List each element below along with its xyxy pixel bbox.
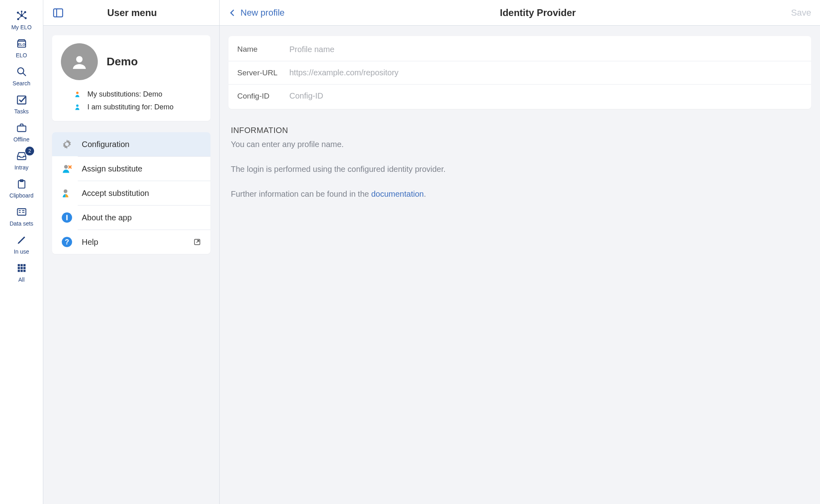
rail-label: ELO [16,52,27,58]
menu-card: Configuration Assign substitute [52,132,210,254]
substituting-for-label: I am substituting for: Demo [87,103,174,111]
substituting-for-row: I am substituting for: Demo [73,103,202,111]
archive-icon: ELO [15,37,28,50]
svg-point-25 [76,92,79,94]
svg-rect-15 [20,264,22,266]
svg-rect-10 [17,126,26,131]
rail-item-inuse[interactable]: In use [0,229,43,257]
rail-label: Offline [13,136,29,143]
middle-title: User menu [71,7,194,18]
url-label: Server-URL [237,69,285,77]
rail-label: Search [12,80,30,87]
person-blue-icon [73,103,82,111]
svg-text:?: ? [65,238,69,246]
search-icon [15,65,28,79]
external-link-icon [193,238,202,246]
nav-rail: My ELO ELO ELO Search Tasks [0,0,43,504]
menu-item-help[interactable]: ? Help [52,230,210,254]
rail-item-clipboard[interactable]: Clipboard [0,173,43,201]
svg-point-27 [65,143,68,145]
chevron-left-icon [228,9,236,17]
form-row-name: Name [228,38,811,61]
svg-point-29 [64,190,67,193]
intray-badge: 2 [25,147,34,155]
briefcase-icon [15,121,28,135]
name-label: Name [237,45,285,54]
rail-item-myelo[interactable]: My ELO [0,5,43,33]
info-text-3: Further information can be found in the … [231,188,809,200]
user-card: Demo My substitutions: Demo [52,35,210,121]
info-text-3-pre: Further information can be found in the [231,190,371,198]
middle-column: User menu Demo [43,0,220,504]
network-icon [15,9,28,22]
accept-substitution-icon [61,187,73,199]
form-icon [15,205,28,219]
svg-rect-22 [23,270,25,272]
info-heading: INFORMATION [231,126,809,135]
back-label: New profile [240,8,285,18]
person-orange-icon [73,90,82,99]
main-header: New profile Identity Provider Save [220,0,820,26]
menu-item-assign-substitute[interactable]: Assign substitute [52,157,210,181]
info-icon [61,212,73,224]
svg-rect-16 [23,264,25,266]
menu-label: Configuration [82,140,129,149]
rail-item-all[interactable]: All [0,257,43,285]
sidebar-toggle-icon[interactable] [51,6,65,20]
rail-label: In use [14,248,29,255]
info-text-3-post: . [424,190,426,198]
url-input[interactable] [289,68,802,77]
svg-rect-21 [20,270,22,272]
save-button[interactable]: Save [791,8,811,18]
menu-label: Help [82,238,98,247]
form-row-config: Config-ID [228,84,811,107]
config-label: Config-ID [237,92,285,101]
rail-label: Clipboard [10,192,34,199]
gear-icon [61,138,73,150]
svg-point-26 [76,105,79,107]
rail-label: All [18,276,25,283]
avatar [61,43,98,80]
config-input[interactable] [289,91,802,101]
menu-label: Accept substitution [82,189,149,198]
svg-point-24 [76,56,83,62]
menu-item-configuration[interactable]: Configuration [52,132,210,156]
name-input[interactable] [289,45,802,54]
svg-rect-19 [23,267,25,269]
info-text-2: The login is performed using the configu… [231,163,809,175]
pencil-icon [15,233,28,247]
svg-text:ELO: ELO [18,42,25,46]
check-icon [15,93,28,107]
my-substitutions-row: My substitutions: Demo [73,90,202,99]
user-name: Demo [107,55,138,68]
svg-rect-31 [66,215,67,220]
rail-item-offline[interactable]: Offline [0,117,43,145]
svg-rect-14 [18,264,20,266]
svg-rect-17 [18,267,20,269]
clipboard-icon [15,177,28,191]
middle-header: User menu [43,0,219,26]
svg-rect-18 [20,267,22,269]
rail-item-search[interactable]: Search [0,61,43,89]
rail-item-datasets[interactable]: Data sets [0,201,43,229]
svg-point-28 [64,165,68,169]
rail-label: Tasks [14,108,29,115]
rail-item-tasks[interactable]: Tasks [0,89,43,117]
menu-item-about[interactable]: About the app [52,206,210,230]
documentation-link[interactable]: documentation [371,190,424,198]
form-row-url: Server-URL [228,61,811,84]
form-card: Name Server-URL Config-ID [228,36,811,109]
rail-item-elo[interactable]: ELO ELO [0,33,43,61]
main-panel: New profile Identity Provider Save Name … [220,0,820,504]
svg-rect-20 [18,270,20,272]
svg-rect-13 [17,209,26,215]
back-button[interactable]: New profile [228,8,285,18]
info-block: INFORMATION You can enter any profile na… [228,126,811,200]
rail-item-intray[interactable]: 2 Intray [0,145,43,173]
menu-item-accept-substitution[interactable]: Accept substitution [52,181,210,205]
svg-point-8 [18,68,24,74]
assign-substitute-icon [61,163,73,175]
rail-label: Intray [14,164,28,171]
rail-label: My ELO [11,24,32,30]
svg-rect-23 [54,9,63,17]
